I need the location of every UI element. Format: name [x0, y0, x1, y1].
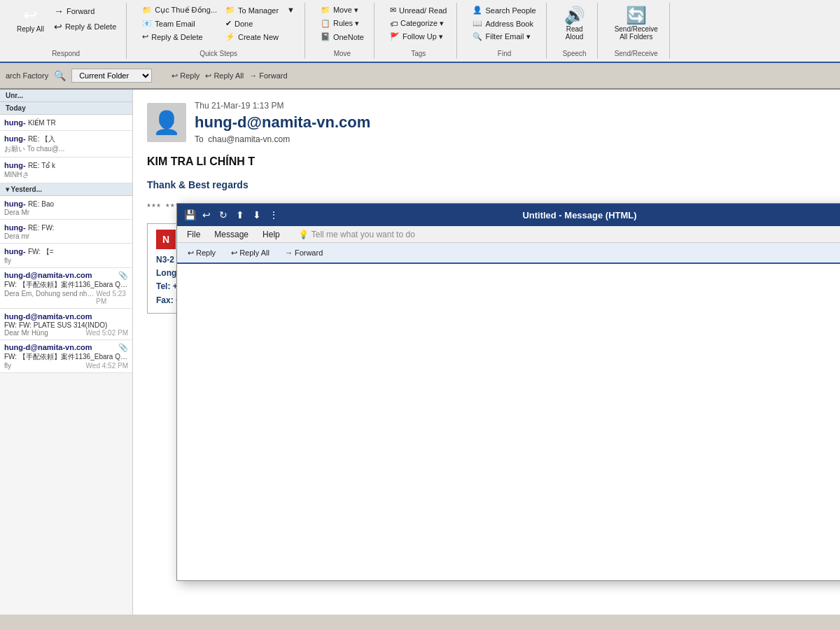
email-item-2[interactable]: hung- RE: 【入 お願い To chau@...: [0, 131, 132, 158]
arch-factory-label: arch Factory: [6, 71, 48, 80]
compose-forward-btn[interactable]: → Forward: [280, 246, 328, 259]
compose-undo-btn[interactable]: ↩: [200, 208, 214, 222]
filter-email-button[interactable]: 🔍 Filter Email ▾: [470, 31, 538, 43]
compose-up-btn[interactable]: ⬆: [233, 208, 247, 222]
folder-dropdown[interactable]: Current Folder: [71, 69, 152, 83]
compose-reply-icon: ↩: [188, 248, 194, 258]
unread-header: Unr...: [0, 90, 132, 102]
create-new-button[interactable]: ⚡ Create New: [223, 31, 281, 43]
quick-reply-label: ↩ Reply: [172, 71, 200, 80]
qs-more-button[interactable]: ▼: [284, 4, 298, 15]
left-panel: Unr... Today hung- KIẾM TR hung- RE: 【入 …: [0, 90, 133, 615]
compose-body: [177, 264, 840, 580]
ribbon-group-move: 📁 Move ▾ 📋 Rules ▾ 📓 OneNote Move: [311, 3, 374, 59]
ribbon-group-speech: 🔊 ReadAloud Speech: [552, 3, 598, 59]
lightbulb-icon: 💡: [298, 230, 309, 239]
send-receive-all-button[interactable]: 🔄 Send/ReceiveAll Folders: [610, 4, 662, 43]
unread-read-button[interactable]: ✉ Unread/ Read: [387, 4, 450, 16]
unread-icon: ✉: [390, 6, 396, 15]
send-receive-icon: 🔄: [626, 7, 647, 24]
email-meta: Thu 21-Mar-19 1:13 PM hung-d@namita-vn.c…: [195, 101, 826, 144]
compose-title: Untitled - Message (HTML): [281, 210, 840, 220]
move-col: 📁 Move ▾ 📋 Rules ▾ 📓 OneNote: [318, 4, 367, 43]
create-new-icon: ⚡: [225, 32, 235, 41]
email-item-5[interactable]: hung- RE: FW: Dera mr: [0, 220, 132, 244]
compose-reply-btn[interactable]: ↩ Reply: [183, 246, 220, 260]
rules-button[interactable]: 📋 Rules ▾: [318, 18, 367, 29]
onenote-button[interactable]: 📓 OneNote: [318, 31, 367, 43]
compose-forward-icon: →: [285, 248, 293, 257]
ribbon-group-sendreceive: 🔄 Send/ReceiveAll Folders Send/Receive: [603, 3, 670, 59]
qs-col2: 📁 To Manager ✔ Done ⚡ Create New: [223, 4, 281, 43]
quick-reply-all-label: ↩ Reply All: [205, 71, 244, 80]
categorize-button[interactable]: 🏷 Categorize ▾: [387, 18, 450, 29]
categorize-icon: 🏷: [390, 20, 398, 28]
follow-up-button[interactable]: 🚩 Follow Up ▾: [387, 31, 450, 43]
respond-items: ↩ Reply All → Forward ↩ Reply & Delete: [13, 4, 119, 47]
to-manager-button[interactable]: 📁 To Manager: [223, 4, 281, 16]
quicksteps-label: Quick Steps: [200, 47, 237, 57]
compose-qat: 💾 ↩ ↻ ⬆ ⬇ ⋮: [183, 208, 281, 222]
quicksteps-items: 📁 Cục Thuế Đồng... 📧 Team Email ↩ Reply …: [139, 4, 298, 47]
reply-all-button[interactable]: ↩ Reply All: [13, 4, 48, 36]
done-button[interactable]: ✔ Done: [223, 18, 281, 29]
forward-button[interactable]: → Forward: [51, 4, 119, 18]
cuc-thue-button[interactable]: 📁 Cục Thuế Đồng...: [139, 4, 220, 16]
forward-icon: →: [54, 6, 64, 17]
reply-delete-button[interactable]: ↩ Reply & Delete: [51, 20, 119, 34]
email-item-8[interactable]: hung-d@namita-vn.com FW: FW: PLATE SUS 3…: [0, 309, 132, 340]
outer-layout: Unr... Today hung- KIẾM TR hung- RE: 【入 …: [0, 90, 840, 615]
email-item-4[interactable]: hung- RE: Bao Dera Mr: [0, 196, 132, 220]
search-people-button[interactable]: 👤 Search People: [470, 4, 538, 16]
compose-save-btn[interactable]: 💾: [183, 208, 197, 222]
read-aloud-icon: 🔊: [564, 7, 585, 24]
rules-icon: 📋: [321, 19, 330, 28]
person-icon: 👤: [153, 109, 181, 136]
compose-more-btn[interactable]: ⋮: [267, 208, 281, 222]
onenote-icon: 📓: [321, 32, 330, 41]
respond-col: → Forward ↩ Reply & Delete: [51, 4, 119, 34]
search-people-icon: 👤: [472, 6, 482, 15]
find-col: 👤 Search People 📖 Address Book 🔍 Filter …: [470, 4, 538, 43]
qs-col1: 📁 Cục Thuế Đồng... 📧 Team Email ↩ Reply …: [139, 4, 220, 43]
ribbon-group-find: 👤 Search People 📖 Address Book 🔍 Filter …: [463, 3, 546, 59]
attach-icon-7: 📎: [118, 271, 128, 280]
compose-reply-all-btn[interactable]: ↩ Reply All: [226, 246, 274, 260]
email-item-1[interactable]: hung- KIẾM TR: [0, 115, 132, 131]
ribbon: ↩ Reply All → Forward ↩ Reply & Delete R…: [0, 0, 840, 63]
compose-menu-help[interactable]: Help: [255, 228, 287, 241]
reply-delete-icon: ↩: [54, 21, 62, 32]
compose-menu-message[interactable]: Message: [207, 228, 255, 241]
compose-down-btn[interactable]: ⬇: [250, 208, 264, 222]
reply-delete-qs-button[interactable]: ↩ Reply & Delete: [139, 31, 220, 43]
tell-me-bar[interactable]: 💡 Tell me what you want to do: [298, 230, 415, 239]
email-item-7[interactable]: hung-d@namita-vn.com 📎 FW: 【手配依頼】案件1136_…: [0, 268, 132, 309]
email-subject: KIM TRA LI CHÍNH T: [147, 155, 826, 168]
reply-delete-qs-icon: ↩: [142, 32, 148, 41]
company-logo-box: N: [156, 230, 176, 249]
compose-redo-btn[interactable]: ↻: [216, 208, 230, 222]
email-item-3[interactable]: hung- RE: Tổ k MINHさ: [0, 158, 132, 183]
address-book-icon: 📖: [472, 19, 482, 28]
cuc-thue-icon: 📁: [142, 6, 152, 15]
find-items: 👤 Search People 📖 Address Book 🔍 Filter …: [470, 4, 538, 47]
email-thanks: Thank & Best regards: [147, 179, 826, 190]
tags-label: Tags: [411, 47, 426, 57]
read-aloud-button[interactable]: 🔊 ReadAloud: [559, 4, 590, 43]
today-header: Today: [0, 102, 132, 115]
email-date: Thu 21-Mar-19 1:13 PM: [195, 101, 826, 111]
ribbon-group-tags: ✉ Unread/ Read 🏷 Categorize ▾ 🚩 Follow U…: [380, 3, 458, 59]
address-book-button[interactable]: 📖 Address Book: [470, 18, 538, 29]
email-to: To chau@namita-vn.com: [195, 134, 826, 144]
compose-menu-file[interactable]: File: [180, 228, 207, 241]
to-manager-icon: 📁: [225, 6, 235, 15]
ribbon-body: ↩ Reply All → Forward ↩ Reply & Delete R…: [0, 0, 840, 63]
email-item-6[interactable]: hung- FW: 【= fly: [0, 244, 132, 268]
move-button[interactable]: 📁 Move ▾: [318, 4, 367, 16]
email-from: hung-d@namita-vn.com: [195, 113, 826, 132]
email-item-9[interactable]: hung-d@namita-vn.com 📎 FW: 【手配依頼】案件1136_…: [0, 340, 132, 373]
team-email-button[interactable]: 📧 Team Email: [139, 18, 220, 29]
find-label: Find: [498, 47, 511, 57]
ribbon-group-respond: ↩ Reply All → Forward ↩ Reply & Delete R…: [6, 3, 127, 59]
compose-ribbon: ↩ Reply ↩ Reply All → Forward: [177, 243, 840, 264]
